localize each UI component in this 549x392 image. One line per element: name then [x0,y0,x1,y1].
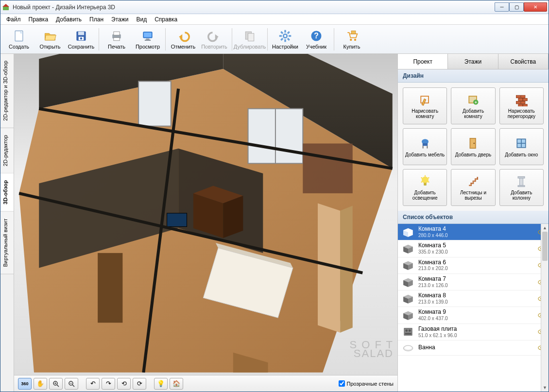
svg-rect-74 [523,104,528,106]
toolbar-redo-button: Повторить [199,26,230,53]
svg-rect-129 [405,333,412,335]
toolbar-help-button[interactable]: ?Учебник [301,26,332,53]
design-window-button[interactable]: Добавить окно [499,128,544,165]
menu-план[interactable]: План [86,15,107,24]
design-stairs-button[interactable]: Лестницы и вырезы [451,169,495,206]
design-column-button[interactable]: Добавить колонну [499,169,544,206]
design-draw-room-button[interactable]: Нарисовать комнату [403,87,447,124]
svg-rect-76 [422,143,428,146]
object-dimensions: 402.0 x 437.0 [418,316,534,322]
draw-room-icon [418,93,432,106]
tilt-right-button[interactable]: ⟳ [133,378,146,390]
object-list-scrollbar[interactable]: ▲ ▼ [541,224,549,392]
side-tab-виртуальный-визит[interactable]: Виртуальный визит [0,212,14,274]
maximize-button[interactable]: ▢ [509,2,524,12]
svg-point-31 [350,38,352,40]
object-row[interactable]: Комната 6213.0 x 202.0 [398,257,549,274]
svg-line-92 [421,178,422,178]
object-row[interactable]: Комната 9402.0 x 437.0 [398,307,549,324]
design-button-label: Добавить дверь [455,152,491,157]
3d-canvas[interactable]: S O F TSALAD [14,54,397,375]
rotate-left-button[interactable]: ↶ [86,378,100,390]
toolbar-gear-button[interactable]: Настройки [270,26,301,53]
menu-добавить[interactable]: Добавить [52,15,86,24]
design-chair-button[interactable]: Добавить мебель [403,128,447,165]
zoom-in-button[interactable] [49,378,63,390]
menu-этажи[interactable]: Этажи [107,15,132,24]
design-button-label: Добавить колонну [501,190,542,201]
toolbar-monitor-button[interactable]: Просмотр [132,26,163,53]
toolbar-save-button[interactable]: Сохранить [66,26,97,53]
box-icon [402,293,414,304]
toolbar-new-button[interactable]: Создать [3,26,34,53]
rotate-right-button[interactable]: ↷ [102,378,115,390]
rp-tab-этажи[interactable]: Этажи [448,54,498,69]
object-text: Комната 9402.0 x 437.0 [418,309,534,321]
minimize-button[interactable]: ─ [495,2,509,12]
menu-справка[interactable]: Справка [151,15,181,24]
design-button-label: Нарисовать перегородку [501,108,542,119]
object-row[interactable]: Комната 7213.0 x 126.0 [398,274,549,290]
object-text: Комната 5335.0 x 230.0 [418,242,534,255]
rp-tab-проект[interactable]: Проект [398,54,448,69]
design-wall-button[interactable]: Нарисовать перегородку [499,87,544,124]
object-row[interactable]: Газовая плита51.0 x 62.1 x 96.0 [398,324,549,341]
object-text: Газовая плита51.0 x 62.1 x 96.0 [418,326,534,338]
svg-rect-23 [287,37,290,40]
stove-icon [402,326,414,337]
transparent-walls-checkbox[interactable]: Прозрачные стены [339,380,394,387]
design-button-label: Добавить мебель [405,152,445,157]
menu-файл[interactable]: Файл [2,15,25,24]
zoom-out-button[interactable] [65,378,78,390]
object-name: Комната 9 [418,309,534,316]
tilt-left-button[interactable]: ⟲ [117,378,131,390]
scroll-thumb[interactable] [542,232,548,261]
transparent-walls-input[interactable] [339,380,345,387]
toolbar-separator [267,28,268,51]
toolbar-undo-button[interactable]: Отменить [168,26,199,53]
toolbar-label: Печать [108,44,125,50]
watermark: S O F TSALAD [349,341,394,358]
svg-point-28 [284,34,286,36]
object-row[interactable]: Комната 4280.0 x 446.0 [398,224,549,240]
save-icon [74,29,88,43]
design-add-room-button[interactable]: +Добавить комнату [451,87,495,124]
toolbar-open-button[interactable]: Открыть [34,26,66,53]
object-row[interactable]: Ванна [398,341,549,356]
right-panel-tabs: ПроектЭтажиСвойства [398,54,549,69]
side-tab-2d-редактор[interactable]: 2D-редактор [0,128,14,173]
360-button[interactable]: 360 [18,378,32,390]
light-toggle-button[interactable]: 💡 [154,378,168,390]
side-tab-3d-обзор[interactable]: 3D-обзор [0,173,14,212]
toolbar-cart-button[interactable]: Купить [336,26,367,53]
pan-button[interactable]: ✋ [34,378,47,390]
scroll-up-arrow[interactable]: ▲ [541,224,549,232]
3d-viewport: S O F TSALAD 360 ✋ ↶ ↷ ⟲ ⟳ 💡 🏠 Прозрачны… [14,54,398,392]
design-light-button[interactable]: Добавить освещение [403,169,447,206]
toolbar-duplicate-button: Дублировать [234,26,265,53]
object-row[interactable]: Комната 5335.0 x 230.0 [398,240,549,257]
stairs-icon [466,174,480,188]
menu-правка[interactable]: Правка [25,15,52,24]
toolbar-print-button[interactable]: Печать [101,26,132,53]
close-button[interactable]: ✕ [524,2,547,12]
object-row[interactable]: Комната 8213.0 x 139.0 [398,290,549,307]
toolbar-label: Учебник [306,44,326,50]
object-list[interactable]: Комната 4280.0 x 446.0Комната 5335.0 x 2… [398,224,549,392]
scroll-down-arrow[interactable]: ▼ [541,384,549,392]
side-tab-2d-редактор-и-3d-обзор[interactable]: 2D-редактор и 3D-обзор [0,54,14,128]
rp-tab-свойства[interactable]: Свойства [498,54,549,69]
svg-rect-12 [144,33,152,37]
add-room-icon: + [466,93,480,106]
home-button[interactable]: 🏠 [170,378,183,390]
menu-вид[interactable]: Вид [132,15,151,24]
toolbar-label: Дублировать [234,44,266,50]
svg-rect-95 [518,186,525,187]
svg-rect-94 [518,176,525,178]
svg-rect-33 [351,31,356,34]
design-door-button[interactable]: Добавить дверь [451,128,495,165]
svg-rect-68 [521,95,525,98]
svg-line-88 [428,178,429,178]
design-button-label: Добавить освещение [405,190,445,201]
objects-section-header: Список объектов [398,211,549,224]
